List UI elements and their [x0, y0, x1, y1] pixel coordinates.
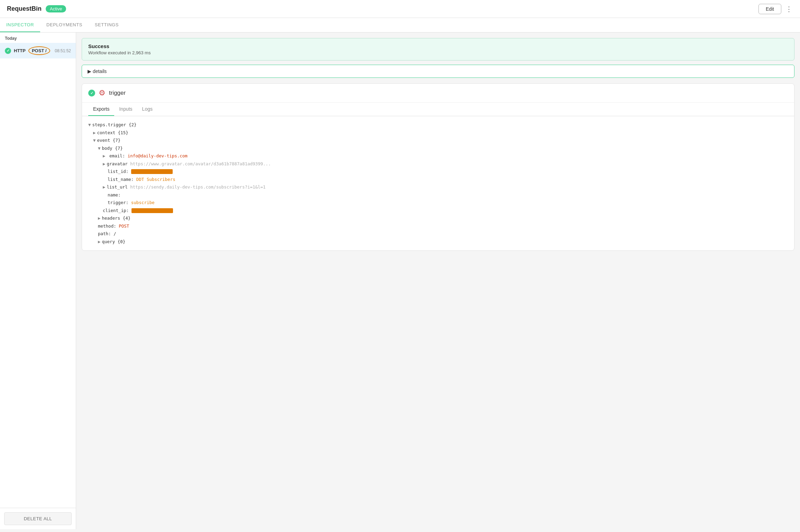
- request-time: 08:51:52: [55, 48, 71, 53]
- tree-context: ▶ context {15}: [88, 129, 788, 137]
- json-tree: ▼ steps.trigger {2} ▶ context {15} ▼ eve…: [82, 116, 794, 250]
- tree-list-id-key: list_id:: [108, 168, 128, 176]
- expand-email: ▶: [103, 152, 106, 160]
- nav-tabs: INSPECTOR DEPLOYMENTS SETTINGS: [0, 18, 800, 33]
- active-badge: Active: [46, 5, 66, 12]
- success-title: Success: [88, 43, 788, 49]
- tab-inspector[interactable]: INSPECTOR: [0, 18, 40, 32]
- sidebar-request-item[interactable]: HTTP POST / 08:51:52: [0, 43, 76, 58]
- expand-body[interactable]: ▼: [98, 145, 101, 153]
- tree-gravatar-key: gravatar: [107, 160, 128, 168]
- details-label: ▶ details: [88, 68, 107, 74]
- header-right: Edit ⋮: [758, 4, 793, 14]
- tree-context-label: context {15}: [97, 129, 128, 137]
- details-row[interactable]: ▶ details: [82, 65, 794, 78]
- card-tab-exports[interactable]: Exports: [88, 103, 114, 116]
- tab-settings[interactable]: SETTINGS: [89, 18, 125, 32]
- card-tabs: Exports Inputs Logs: [82, 103, 794, 116]
- tree-client-ip-key: client_ip:: [103, 207, 129, 215]
- more-icon[interactable]: ⋮: [785, 5, 793, 13]
- header: RequestBin Active Edit ⋮: [0, 0, 800, 18]
- tree-path-key: path:: [98, 230, 111, 238]
- tree-headers: ▶ headers {4}: [88, 214, 788, 222]
- tree-method-key: method:: [98, 222, 116, 230]
- layout: Today HTTP POST / 08:51:52 DELETE ALL Su…: [0, 33, 800, 529]
- tree-list-id-redacted: [131, 169, 173, 174]
- tree-email-key-label: email:: [109, 152, 125, 160]
- tree-query: ▶ query {0}: [88, 238, 788, 246]
- tree-gravatar: ▶ gravatar https://www.gravatar.com/avat…: [88, 160, 788, 168]
- expand-headers[interactable]: ▶: [98, 214, 101, 222]
- tree-trigger-field-value: subscribe: [131, 199, 155, 207]
- expand-event[interactable]: ▼: [93, 137, 96, 145]
- tree-event: ▼ event {7}: [88, 137, 788, 145]
- success-subtitle: Workflow executed in 2,963 ms: [88, 50, 788, 55]
- tree-list-name: list_name: DDT Subscribers: [88, 176, 788, 184]
- app-title: RequestBin: [7, 5, 42, 12]
- expand-gravatar[interactable]: ▶: [103, 160, 106, 168]
- post-method-badge: POST /: [28, 46, 50, 55]
- tree-gravatar-value: https://www.gravatar.com/avatar/d3a61b78…: [130, 160, 271, 168]
- tree-name: name:: [88, 191, 788, 199]
- tree-list-name-value: DDT Subscribers: [136, 176, 175, 184]
- trigger-header: ⚙ trigger: [82, 84, 794, 103]
- tree-client-ip: client_ip:: [88, 207, 788, 215]
- trigger-label: trigger: [109, 90, 126, 97]
- card-tab-inputs[interactable]: Inputs: [114, 103, 137, 116]
- delete-all-button[interactable]: DELETE ALL: [4, 512, 72, 525]
- expand-context[interactable]: ▶: [93, 129, 96, 137]
- tree-event-label: event {7}: [97, 137, 121, 145]
- sidebar: Today HTTP POST / 08:51:52 DELETE ALL: [0, 33, 76, 529]
- tree-root-label: steps.trigger {2}: [92, 121, 137, 129]
- tree-trigger-field: trigger: subscribe: [88, 199, 788, 207]
- main-content: Success Workflow executed in 2,963 ms ▶ …: [76, 33, 800, 529]
- orange-arrow-icon: [82, 153, 87, 159]
- tree-list-url-value: https://sendy.daily-dev-tips.com/subscri…: [130, 183, 265, 191]
- success-banner: Success Workflow executed in 2,963 ms: [82, 38, 794, 61]
- card-tab-logs[interactable]: Logs: [137, 103, 157, 116]
- edit-button[interactable]: Edit: [758, 4, 781, 14]
- trigger-card: ⚙ trigger Exports Inputs Logs ▼: [82, 83, 794, 251]
- tree-list-id: list_id:: [88, 168, 788, 176]
- pipedream-icon: ⚙: [99, 89, 106, 98]
- tree-client-ip-redacted: [131, 208, 173, 213]
- sidebar-section-today: Today: [0, 33, 76, 43]
- tree-list-name-key: list_name:: [108, 176, 134, 184]
- tree-path: path: /: [88, 230, 788, 238]
- tree-trigger-field-key: trigger:: [108, 199, 128, 207]
- sidebar-footer: DELETE ALL: [0, 508, 76, 529]
- tree-email-value: info@daily-dev-tips.com: [128, 152, 188, 160]
- tree-method-value: POST: [119, 222, 129, 230]
- tree-body: ▼ body {7}: [88, 145, 788, 153]
- tree-list-url-key: list_url: [107, 183, 128, 191]
- header-left: RequestBin Active: [7, 5, 66, 12]
- tree-query-label: query {0}: [102, 238, 126, 246]
- tree-root: ▼ steps.trigger {2}: [88, 121, 788, 129]
- tree-name-key: name:: [108, 191, 121, 199]
- expand-root[interactable]: ▼: [88, 121, 91, 129]
- tree-email: ▶ email: info@daily-dev-tips.com: [88, 152, 788, 160]
- tree-method: method: POST: [88, 222, 788, 230]
- expand-query[interactable]: ▶: [98, 238, 101, 246]
- tree-list-url: ▶ list_url https://sendy.daily-dev-tips.…: [88, 183, 788, 191]
- success-check-icon: [5, 48, 11, 54]
- expand-list-url[interactable]: ▶: [103, 183, 106, 191]
- http-label: HTTP: [14, 48, 26, 53]
- tree-path-value: /: [113, 230, 116, 238]
- tree-body-label: body {7}: [102, 145, 123, 153]
- trigger-check-icon: [88, 90, 95, 97]
- tree-email-key: [107, 152, 110, 160]
- tab-deployments[interactable]: DEPLOYMENTS: [40, 18, 89, 32]
- tree-headers-label: headers {4}: [102, 214, 131, 222]
